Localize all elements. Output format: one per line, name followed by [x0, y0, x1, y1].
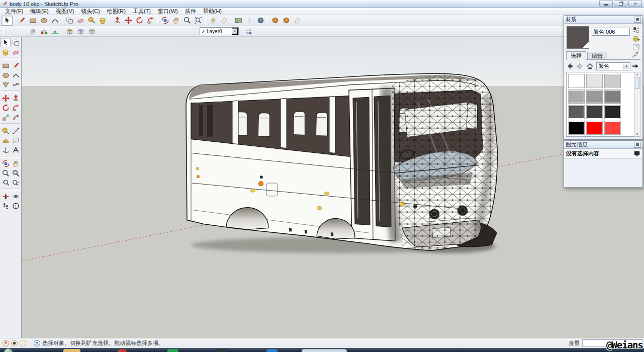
- taskbar-green-app-icon[interactable]: [167, 349, 178, 352]
- zoom-window-button[interactable]: [11, 168, 21, 178]
- taskbar-active-app-button[interactable]: [302, 349, 347, 352]
- color-swatch-white[interactable]: [568, 74, 585, 88]
- color-swatch-red[interactable]: [586, 121, 603, 135]
- layer-manager-button[interactable]: [243, 26, 254, 36]
- zoom-extents-button[interactable]: [193, 16, 204, 26]
- eraser-button[interactable]: [75, 16, 86, 26]
- preview-in-google-earth-button[interactable]: [255, 16, 266, 26]
- solid-union-button[interactable]: [86, 26, 97, 36]
- rectangle-button[interactable]: [1, 61, 11, 70]
- dimension-button[interactable]: [11, 126, 21, 136]
- tape-measure-button[interactable]: [1, 126, 11, 136]
- push-pull-button[interactable]: [112, 16, 123, 26]
- color-swatch-gray-50[interactable]: [604, 90, 621, 104]
- get-current-view-button[interactable]: [207, 16, 218, 26]
- tab-select[interactable]: 选择: [566, 51, 586, 60]
- move-button[interactable]: [123, 16, 134, 26]
- polygon-button[interactable]: [1, 80, 11, 90]
- sandbox-drape-button[interactable]: [38, 26, 49, 36]
- material-preview-swatch[interactable]: [567, 26, 589, 49]
- tape-measure-button[interactable]: [86, 16, 97, 26]
- arc-button[interactable]: [11, 70, 21, 80]
- menu-edit[interactable]: 编辑(E): [27, 8, 52, 15]
- orbit-button[interactable]: [1, 159, 11, 168]
- add-building-button[interactable]: [244, 16, 255, 26]
- color-swatch-black[interactable]: [568, 121, 585, 135]
- menu-view[interactable]: 视图(V): [52, 8, 78, 15]
- line-button[interactable]: [11, 61, 21, 70]
- offset-button[interactable]: [11, 113, 21, 122]
- menu-tools[interactable]: 工具(T): [129, 8, 154, 15]
- 3d-text-button[interactable]: [11, 145, 21, 155]
- start-orb-icon[interactable]: [4, 348, 13, 352]
- in-model-button[interactable]: [586, 62, 595, 70]
- push-pull-button[interactable]: [11, 94, 21, 103]
- arc-button[interactable]: [49, 16, 60, 26]
- materials-scrollbar[interactable]: ▲▼: [634, 72, 640, 137]
- section-plane-button[interactable]: [292, 16, 303, 26]
- section-plane-button[interactable]: [11, 201, 21, 211]
- previous-view-button[interactable]: [1, 178, 11, 188]
- menu-camera[interactable]: 镜头(C): [77, 8, 103, 15]
- axes-button[interactable]: [1, 145, 11, 155]
- sign-in-status-icon[interactable]: [20, 340, 26, 346]
- circle-button[interactable]: [38, 16, 49, 26]
- add-location-button[interactable]: [233, 16, 244, 26]
- taskbar-dark-app-icon[interactable]: [217, 349, 227, 352]
- pan-button[interactable]: [170, 16, 181, 26]
- color-swatch-gray-80[interactable]: [604, 74, 621, 88]
- layer-dropdown-arrow[interactable]: ▼: [232, 28, 238, 35]
- entity-info-collapse-button[interactable]: [634, 142, 641, 148]
- make-component-button[interactable]: [11, 38, 21, 47]
- materials-panel-header[interactable]: 材质: [564, 16, 642, 24]
- paint-bucket-button[interactable]: [1, 47, 11, 57]
- rotate-button[interactable]: [134, 16, 145, 26]
- restore-button[interactable]: [614, 1, 627, 7]
- scale-button[interactable]: [1, 113, 11, 122]
- next-view-button[interactable]: [11, 178, 21, 188]
- select-button[interactable]: [2, 16, 13, 26]
- menu-window[interactable]: 窗口(W): [154, 8, 181, 15]
- help-icon[interactable]: ?: [34, 340, 40, 346]
- menu-file[interactable]: 文件(F): [2, 8, 27, 15]
- claim-credit-icon[interactable]: [11, 340, 18, 346]
- entity-info-header[interactable]: 图元信息: [564, 141, 642, 149]
- back-button[interactable]: [566, 62, 575, 70]
- make-component-button[interactable]: [64, 16, 75, 26]
- follow-me-button[interactable]: [11, 103, 21, 113]
- menu-help[interactable]: 帮助(H): [200, 8, 225, 15]
- paint-bucket-button[interactable]: [97, 16, 108, 26]
- taskbar-folder-icon[interactable]: [63, 349, 80, 352]
- zoom-button[interactable]: [181, 16, 193, 26]
- materials-collapse-button[interactable]: [634, 17, 641, 23]
- rotate-button[interactable]: [1, 103, 11, 113]
- color-swatch-gray-15[interactable]: [604, 105, 621, 119]
- position-camera-button[interactable]: [1, 192, 11, 201]
- look-around-button[interactable]: [11, 192, 21, 201]
- minimize-button[interactable]: [599, 1, 613, 7]
- scrollbar-thumb[interactable]: [635, 77, 639, 89]
- taskbar-red-app-icon[interactable]: [118, 349, 127, 352]
- follow-me-button[interactable]: [145, 16, 156, 26]
- color-swatch-gray-90[interactable]: [586, 74, 603, 88]
- drawing-area[interactable]: [22, 37, 644, 338]
- eraser-button[interactable]: [11, 47, 21, 57]
- orbit-button[interactable]: [159, 16, 170, 26]
- color-swatch-gray-36[interactable]: [568, 105, 585, 119]
- solid-outer-shell-button[interactable]: [64, 26, 75, 36]
- move-button[interactable]: [1, 94, 11, 103]
- close-button[interactable]: ✕: [628, 1, 642, 7]
- protractor-button[interactable]: [1, 136, 11, 145]
- model-viewport[interactable]: [22, 37, 644, 338]
- menu-draw[interactable]: 绘图(R): [104, 8, 129, 15]
- material-name-input[interactable]: [592, 28, 630, 36]
- circle-button[interactable]: [1, 70, 11, 80]
- collection-dropdown[interactable]: 颜色: [596, 62, 630, 70]
- freehand-button[interactable]: [11, 80, 21, 90]
- sandbox-from-scratch-button[interactable]: [49, 26, 60, 36]
- text-button[interactable]: [11, 136, 21, 145]
- toggle-terrain-button[interactable]: [218, 16, 229, 26]
- sandbox-from-contours-button[interactable]: [27, 26, 38, 36]
- menu-plugins[interactable]: 插件: [181, 8, 200, 15]
- pan-button[interactable]: [11, 159, 21, 168]
